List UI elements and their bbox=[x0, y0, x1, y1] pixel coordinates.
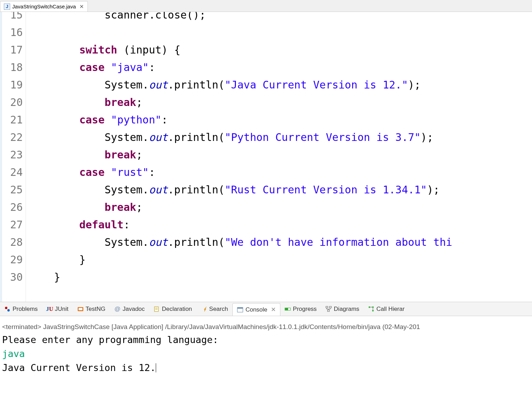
editor-tab-bar: J JavaStringSwitchCase.java ✕ bbox=[0, 0, 532, 12]
tab-label: Problems bbox=[13, 306, 38, 313]
console-view[interactable]: <terminated> JavaStringSwitchCase [Java … bbox=[0, 316, 532, 375]
tab-diagrams[interactable]: Diagrams bbox=[321, 302, 364, 316]
console-line: Java Current Version is 12. bbox=[2, 361, 530, 375]
tab-label: JUnit bbox=[55, 306, 69, 313]
line-number: 30 bbox=[0, 269, 23, 286]
line-number-gutter: 15161718192021222324252627282930 bbox=[0, 12, 26, 302]
line-number: 26 bbox=[0, 199, 23, 216]
code-line[interactable]: } bbox=[29, 269, 532, 286]
svg-rect-11 bbox=[326, 306, 328, 308]
svg-rect-13 bbox=[327, 310, 329, 312]
tab-javadoc[interactable]: @Javadoc bbox=[110, 302, 149, 316]
progress-icon bbox=[285, 306, 291, 312]
code-editor[interactable]: 15161718192021222324252627282930 scanner… bbox=[0, 12, 532, 302]
code-line[interactable]: default: bbox=[29, 216, 532, 234]
tab-label: Search bbox=[209, 306, 228, 313]
code-line[interactable]: case "rust": bbox=[29, 164, 532, 181]
svg-point-0 bbox=[5, 307, 7, 309]
line-number: 22 bbox=[0, 129, 23, 146]
code-content[interactable]: scanner.close(); switch (input) { case "… bbox=[26, 12, 532, 302]
line-number: 21 bbox=[0, 111, 23, 129]
javadoc-icon: @ bbox=[114, 306, 120, 312]
tab-label: Javadoc bbox=[122, 306, 145, 313]
svg-point-16 bbox=[372, 310, 374, 312]
tab-console[interactable]: Console ✕ bbox=[232, 303, 280, 316]
console-icon bbox=[237, 307, 243, 313]
svg-point-1 bbox=[7, 309, 10, 312]
line-number: 29 bbox=[0, 251, 23, 269]
line-number: 25 bbox=[0, 181, 23, 199]
code-line[interactable]: break; bbox=[29, 94, 532, 111]
code-line[interactable]: scanner.close(); bbox=[29, 12, 532, 24]
svg-rect-6 bbox=[155, 309, 158, 309]
tab-label: Console bbox=[245, 306, 267, 313]
tab-label: Call Hierar bbox=[377, 306, 405, 313]
editor-tab[interactable]: J JavaStringSwitchCase.java ✕ bbox=[0, 1, 88, 12]
text-cursor bbox=[156, 363, 156, 372]
line-number: 28 bbox=[0, 234, 23, 251]
bottom-tab-bar: ProblemsJUJUnitTestNG@JavadocDeclaration… bbox=[0, 302, 532, 316]
tab-label: Declaration bbox=[162, 306, 192, 313]
tab-search[interactable]: Search bbox=[197, 302, 233, 316]
search-icon bbox=[201, 306, 207, 312]
editor-tab-label: JavaStringSwitchCase.java bbox=[12, 3, 76, 9]
console-line: Please enter any programming language: bbox=[2, 333, 530, 347]
line-number: 27 bbox=[0, 216, 23, 234]
line-number: 15 bbox=[0, 12, 23, 24]
tab-junit[interactable]: JUJUnit bbox=[42, 302, 73, 316]
line-number: 24 bbox=[0, 164, 23, 181]
code-line[interactable] bbox=[29, 24, 532, 41]
code-line[interactable]: System.out.println("We don't have inform… bbox=[29, 234, 532, 251]
tab-label: Diagrams bbox=[334, 306, 359, 313]
code-line[interactable]: switch (input) { bbox=[29, 41, 532, 59]
code-line[interactable]: System.out.println("Python Current Versi… bbox=[29, 129, 532, 146]
line-number: 23 bbox=[0, 146, 23, 164]
svg-point-14 bbox=[369, 306, 370, 308]
code-line[interactable]: case "java": bbox=[29, 59, 532, 76]
close-icon[interactable]: ✕ bbox=[270, 306, 276, 313]
problems-icon bbox=[4, 306, 10, 312]
code-line[interactable]: case "python": bbox=[29, 111, 532, 129]
junit-icon: JU bbox=[47, 306, 53, 312]
java-file-icon: J bbox=[4, 3, 10, 10]
tab-problems[interactable]: Problems bbox=[0, 302, 42, 316]
svg-rect-10 bbox=[285, 308, 288, 310]
tab-callhier[interactable]: Call Hierar bbox=[364, 302, 409, 316]
code-line[interactable]: } bbox=[29, 251, 532, 269]
svg-point-15 bbox=[372, 306, 374, 308]
svg-rect-12 bbox=[329, 306, 331, 308]
tab-progress[interactable]: Progress bbox=[280, 302, 321, 316]
close-icon[interactable]: ✕ bbox=[78, 3, 84, 10]
tab-declaration[interactable]: Declaration bbox=[149, 302, 197, 316]
declaration-icon bbox=[154, 306, 160, 312]
line-number: 16 bbox=[0, 24, 23, 41]
tab-label: TestNG bbox=[86, 306, 106, 313]
code-line[interactable]: break; bbox=[29, 146, 532, 164]
line-number: 20 bbox=[0, 94, 23, 111]
code-line[interactable]: System.out.println("Rust Current Version… bbox=[29, 181, 532, 199]
diagrams-icon bbox=[326, 306, 332, 312]
testng-icon bbox=[77, 306, 84, 312]
tab-testng[interactable]: TestNG bbox=[73, 302, 110, 316]
console-header: <terminated> JavaStringSwitchCase [Java … bbox=[2, 323, 530, 331]
code-line[interactable]: break; bbox=[29, 199, 532, 216]
svg-rect-5 bbox=[155, 308, 158, 308]
tab-label: Progress bbox=[293, 306, 317, 313]
code-line[interactable]: System.out.println("Java Current Version… bbox=[29, 76, 532, 94]
line-number: 18 bbox=[0, 59, 23, 76]
svg-rect-8 bbox=[238, 307, 243, 308]
svg-rect-3 bbox=[78, 308, 82, 310]
line-number: 19 bbox=[0, 76, 23, 94]
callhier-icon bbox=[368, 306, 374, 312]
line-number: 17 bbox=[0, 41, 23, 59]
console-output: Please enter any programming language:ja… bbox=[2, 333, 530, 375]
console-line: java bbox=[2, 347, 530, 361]
